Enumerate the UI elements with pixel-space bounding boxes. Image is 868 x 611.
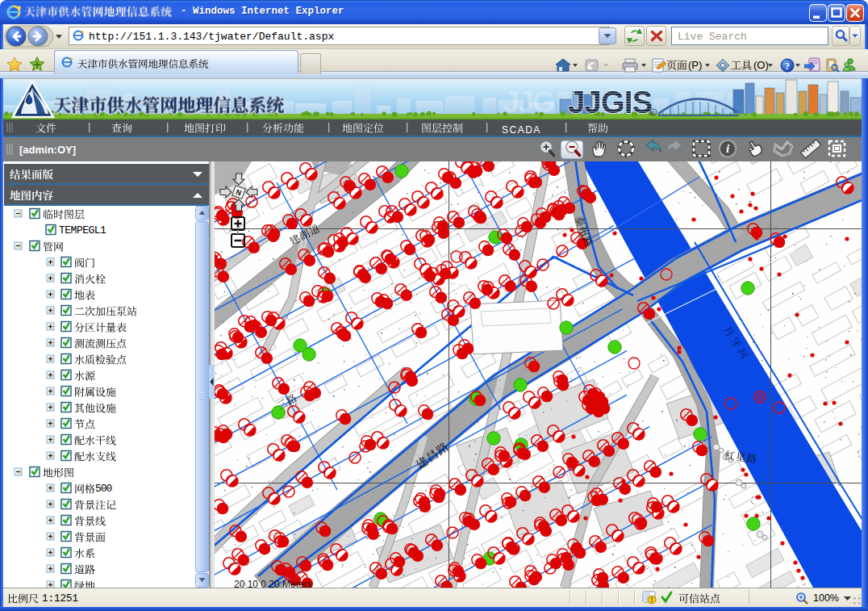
svg-text:20 10 0 20 Meters: 20 10 0 20 Meters (234, 579, 312, 588)
svg-text:R: R (652, 111, 656, 115)
svg-text:JJG: JJG (503, 86, 553, 119)
svg-text:JJGIS: JJGIS (568, 86, 652, 119)
svg-text:!: ! (651, 596, 653, 604)
svg-text:100%: 100% (813, 592, 839, 604)
svg-text:?: ? (785, 61, 790, 72)
